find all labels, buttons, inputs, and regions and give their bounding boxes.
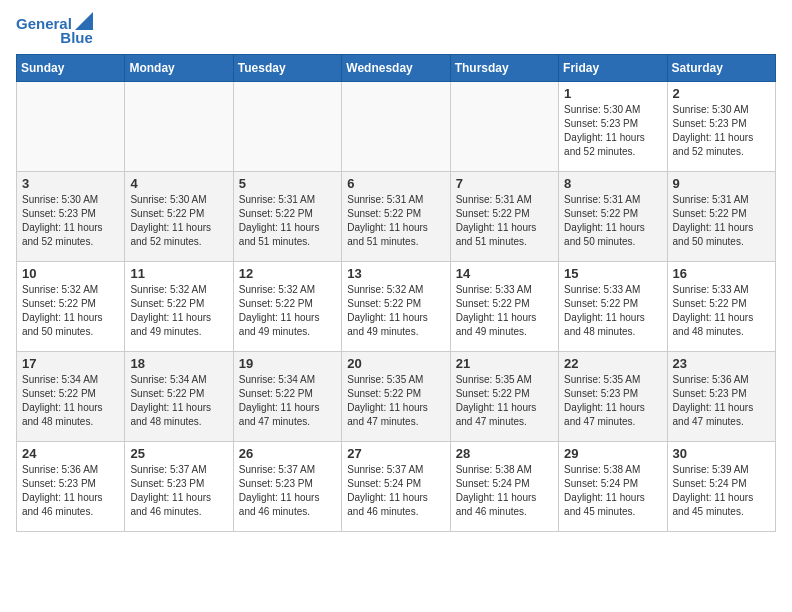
calendar-cell: 19Sunrise: 5:34 AMSunset: 5:22 PMDayligh… bbox=[233, 352, 341, 442]
calendar-cell: 30Sunrise: 5:39 AMSunset: 5:24 PMDayligh… bbox=[667, 442, 775, 532]
calendar-cell bbox=[342, 82, 450, 172]
weekday-header-sunday: Sunday bbox=[17, 55, 125, 82]
calendar-cell: 18Sunrise: 5:34 AMSunset: 5:22 PMDayligh… bbox=[125, 352, 233, 442]
day-info: Sunrise: 5:38 AMSunset: 5:24 PMDaylight:… bbox=[456, 463, 553, 519]
day-info: Sunrise: 5:33 AMSunset: 5:22 PMDaylight:… bbox=[564, 283, 661, 339]
day-info: Sunrise: 5:35 AMSunset: 5:22 PMDaylight:… bbox=[347, 373, 444, 429]
calendar-week-row: 3Sunrise: 5:30 AMSunset: 5:23 PMDaylight… bbox=[17, 172, 776, 262]
svg-marker-0 bbox=[75, 12, 93, 30]
calendar-table: SundayMondayTuesdayWednesdayThursdayFrid… bbox=[16, 54, 776, 532]
day-number: 15 bbox=[564, 266, 661, 281]
calendar-week-row: 1Sunrise: 5:30 AMSunset: 5:23 PMDaylight… bbox=[17, 82, 776, 172]
calendar-cell: 7Sunrise: 5:31 AMSunset: 5:22 PMDaylight… bbox=[450, 172, 558, 262]
day-number: 1 bbox=[564, 86, 661, 101]
calendar-cell: 29Sunrise: 5:38 AMSunset: 5:24 PMDayligh… bbox=[559, 442, 667, 532]
logo-triangle-icon bbox=[75, 12, 93, 30]
calendar-cell: 16Sunrise: 5:33 AMSunset: 5:22 PMDayligh… bbox=[667, 262, 775, 352]
day-number: 22 bbox=[564, 356, 661, 371]
calendar-cell: 21Sunrise: 5:35 AMSunset: 5:22 PMDayligh… bbox=[450, 352, 558, 442]
day-info: Sunrise: 5:36 AMSunset: 5:23 PMDaylight:… bbox=[673, 373, 770, 429]
day-info: Sunrise: 5:33 AMSunset: 5:22 PMDaylight:… bbox=[456, 283, 553, 339]
day-number: 19 bbox=[239, 356, 336, 371]
calendar-cell: 26Sunrise: 5:37 AMSunset: 5:23 PMDayligh… bbox=[233, 442, 341, 532]
calendar-cell: 20Sunrise: 5:35 AMSunset: 5:22 PMDayligh… bbox=[342, 352, 450, 442]
day-info: Sunrise: 5:33 AMSunset: 5:22 PMDaylight:… bbox=[673, 283, 770, 339]
day-info: Sunrise: 5:32 AMSunset: 5:22 PMDaylight:… bbox=[130, 283, 227, 339]
calendar-cell: 15Sunrise: 5:33 AMSunset: 5:22 PMDayligh… bbox=[559, 262, 667, 352]
day-number: 9 bbox=[673, 176, 770, 191]
day-number: 27 bbox=[347, 446, 444, 461]
day-number: 21 bbox=[456, 356, 553, 371]
calendar-cell: 8Sunrise: 5:31 AMSunset: 5:22 PMDaylight… bbox=[559, 172, 667, 262]
day-number: 11 bbox=[130, 266, 227, 281]
day-number: 10 bbox=[22, 266, 119, 281]
day-info: Sunrise: 5:34 AMSunset: 5:22 PMDaylight:… bbox=[239, 373, 336, 429]
day-number: 14 bbox=[456, 266, 553, 281]
calendar-cell: 5Sunrise: 5:31 AMSunset: 5:22 PMDaylight… bbox=[233, 172, 341, 262]
day-info: Sunrise: 5:39 AMSunset: 5:24 PMDaylight:… bbox=[673, 463, 770, 519]
day-number: 2 bbox=[673, 86, 770, 101]
calendar-cell: 10Sunrise: 5:32 AMSunset: 5:22 PMDayligh… bbox=[17, 262, 125, 352]
calendar-cell: 14Sunrise: 5:33 AMSunset: 5:22 PMDayligh… bbox=[450, 262, 558, 352]
calendar-cell: 2Sunrise: 5:30 AMSunset: 5:23 PMDaylight… bbox=[667, 82, 775, 172]
calendar-cell: 23Sunrise: 5:36 AMSunset: 5:23 PMDayligh… bbox=[667, 352, 775, 442]
day-info: Sunrise: 5:38 AMSunset: 5:24 PMDaylight:… bbox=[564, 463, 661, 519]
day-info: Sunrise: 5:35 AMSunset: 5:23 PMDaylight:… bbox=[564, 373, 661, 429]
calendar-cell: 9Sunrise: 5:31 AMSunset: 5:22 PMDaylight… bbox=[667, 172, 775, 262]
day-info: Sunrise: 5:30 AMSunset: 5:23 PMDaylight:… bbox=[564, 103, 661, 159]
day-info: Sunrise: 5:31 AMSunset: 5:22 PMDaylight:… bbox=[239, 193, 336, 249]
calendar-cell bbox=[17, 82, 125, 172]
day-number: 17 bbox=[22, 356, 119, 371]
day-number: 26 bbox=[239, 446, 336, 461]
day-number: 25 bbox=[130, 446, 227, 461]
calendar-cell: 27Sunrise: 5:37 AMSunset: 5:24 PMDayligh… bbox=[342, 442, 450, 532]
calendar-cell: 3Sunrise: 5:30 AMSunset: 5:23 PMDaylight… bbox=[17, 172, 125, 262]
day-info: Sunrise: 5:36 AMSunset: 5:23 PMDaylight:… bbox=[22, 463, 119, 519]
day-info: Sunrise: 5:30 AMSunset: 5:22 PMDaylight:… bbox=[130, 193, 227, 249]
day-number: 7 bbox=[456, 176, 553, 191]
calendar-header-row: SundayMondayTuesdayWednesdayThursdayFrid… bbox=[17, 55, 776, 82]
calendar-cell: 6Sunrise: 5:31 AMSunset: 5:22 PMDaylight… bbox=[342, 172, 450, 262]
logo: General Blue bbox=[16, 16, 93, 46]
calendar-cell: 1Sunrise: 5:30 AMSunset: 5:23 PMDaylight… bbox=[559, 82, 667, 172]
day-info: Sunrise: 5:31 AMSunset: 5:22 PMDaylight:… bbox=[564, 193, 661, 249]
calendar-cell: 11Sunrise: 5:32 AMSunset: 5:22 PMDayligh… bbox=[125, 262, 233, 352]
calendar-cell: 22Sunrise: 5:35 AMSunset: 5:23 PMDayligh… bbox=[559, 352, 667, 442]
day-info: Sunrise: 5:32 AMSunset: 5:22 PMDaylight:… bbox=[347, 283, 444, 339]
weekday-header-saturday: Saturday bbox=[667, 55, 775, 82]
calendar-week-row: 17Sunrise: 5:34 AMSunset: 5:22 PMDayligh… bbox=[17, 352, 776, 442]
day-info: Sunrise: 5:34 AMSunset: 5:22 PMDaylight:… bbox=[130, 373, 227, 429]
day-number: 24 bbox=[22, 446, 119, 461]
day-info: Sunrise: 5:37 AMSunset: 5:23 PMDaylight:… bbox=[130, 463, 227, 519]
calendar-cell: 24Sunrise: 5:36 AMSunset: 5:23 PMDayligh… bbox=[17, 442, 125, 532]
weekday-header-friday: Friday bbox=[559, 55, 667, 82]
day-info: Sunrise: 5:37 AMSunset: 5:24 PMDaylight:… bbox=[347, 463, 444, 519]
day-number: 30 bbox=[673, 446, 770, 461]
day-number: 18 bbox=[130, 356, 227, 371]
weekday-header-wednesday: Wednesday bbox=[342, 55, 450, 82]
day-info: Sunrise: 5:31 AMSunset: 5:22 PMDaylight:… bbox=[456, 193, 553, 249]
day-info: Sunrise: 5:30 AMSunset: 5:23 PMDaylight:… bbox=[22, 193, 119, 249]
calendar-cell: 12Sunrise: 5:32 AMSunset: 5:22 PMDayligh… bbox=[233, 262, 341, 352]
day-number: 3 bbox=[22, 176, 119, 191]
logo-text-blue: Blue bbox=[60, 30, 93, 47]
calendar-cell bbox=[233, 82, 341, 172]
calendar-week-row: 24Sunrise: 5:36 AMSunset: 5:23 PMDayligh… bbox=[17, 442, 776, 532]
day-number: 8 bbox=[564, 176, 661, 191]
weekday-header-tuesday: Tuesday bbox=[233, 55, 341, 82]
day-info: Sunrise: 5:31 AMSunset: 5:22 PMDaylight:… bbox=[347, 193, 444, 249]
day-number: 23 bbox=[673, 356, 770, 371]
day-number: 12 bbox=[239, 266, 336, 281]
day-number: 28 bbox=[456, 446, 553, 461]
weekday-header-thursday: Thursday bbox=[450, 55, 558, 82]
day-number: 29 bbox=[564, 446, 661, 461]
day-number: 20 bbox=[347, 356, 444, 371]
day-info: Sunrise: 5:31 AMSunset: 5:22 PMDaylight:… bbox=[673, 193, 770, 249]
calendar-week-row: 10Sunrise: 5:32 AMSunset: 5:22 PMDayligh… bbox=[17, 262, 776, 352]
day-number: 13 bbox=[347, 266, 444, 281]
calendar-cell bbox=[125, 82, 233, 172]
page-header: General Blue bbox=[16, 16, 776, 46]
calendar-cell: 4Sunrise: 5:30 AMSunset: 5:22 PMDaylight… bbox=[125, 172, 233, 262]
day-info: Sunrise: 5:32 AMSunset: 5:22 PMDaylight:… bbox=[239, 283, 336, 339]
day-number: 4 bbox=[130, 176, 227, 191]
